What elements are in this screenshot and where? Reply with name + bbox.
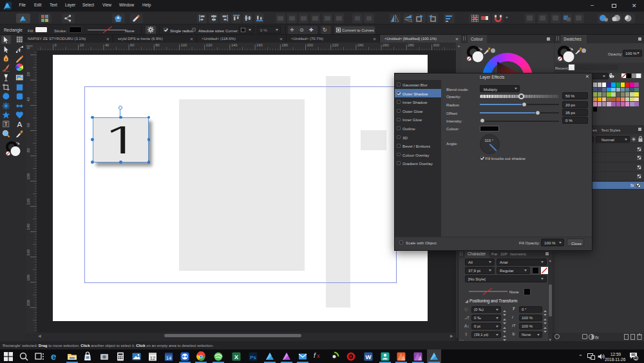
svg-text:A: A: [17, 120, 22, 128]
svg-text:T: T: [5, 121, 8, 127]
svg-text:14: 14: [166, 355, 171, 361]
svg-text:12: 12: [150, 355, 155, 361]
svg-text:W: W: [366, 353, 372, 360]
svg-text:Ps: Ps: [250, 355, 256, 360]
svg-text:X: X: [234, 353, 239, 360]
